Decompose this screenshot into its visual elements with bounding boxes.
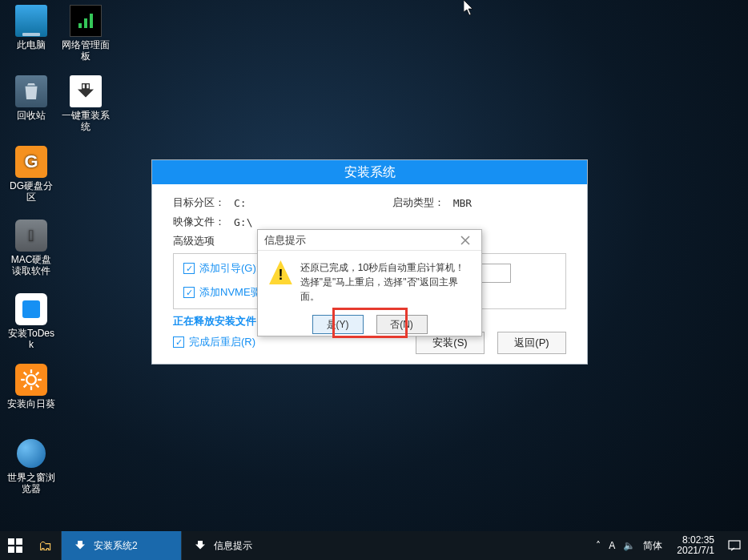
svg-rect-14 (16, 546, 22, 553)
svg-rect-11 (8, 538, 14, 545)
sunflower-icon (15, 364, 47, 396)
target-partition-label: 目标分区： (173, 195, 229, 210)
icon-label: DG硬盘分区 (6, 181, 56, 203)
mouse-cursor (464, 0, 475, 16)
taskbar: 🗂 安装系统2 信息提示 ˄ A 🔈 简体 8:02:35 2021/7/1 (0, 531, 748, 560)
dialog-message: 还原已完成，10秒后自动重启计算机！ 选择"是"马上重启，选择"否"返回主界面。 (300, 260, 470, 304)
back-button[interactable]: 返回(P) (497, 332, 566, 354)
boot-type-label: 启动类型： (392, 195, 448, 210)
boot-type-value: MBR (453, 197, 472, 209)
reinstall-icon (70, 75, 102, 107)
desktop-icon-net-panel[interactable]: 网络管理面板 (61, 5, 111, 62)
dialog-title: 信息提示 (264, 233, 306, 248)
desktop-icon-one-click-reinstall[interactable]: 一键重装系统 (61, 75, 111, 133)
mac-disk-icon:  (15, 220, 47, 252)
icon-label: 此电脑 (6, 40, 56, 51)
info-task-icon (193, 538, 207, 553)
svg-rect-13 (8, 546, 14, 553)
warning-icon: ! (269, 260, 292, 284)
installer-task-icon (73, 538, 87, 553)
image-file-label: 映像文件： (173, 215, 229, 229)
desktop-icon-this-pc[interactable]: 此电脑 (6, 5, 56, 51)
check-icon: ✓ (183, 263, 195, 274)
dialog-line1: 还原已完成，10秒后自动重启计算机！ (300, 260, 470, 275)
dialog-close-button[interactable] (456, 232, 475, 248)
checkbox-label: 添加NVME驱 (199, 285, 261, 300)
icon-label: 网络管理面板 (61, 40, 111, 62)
svg-rect-12 (16, 538, 22, 545)
monitor-icon (15, 5, 47, 37)
svg-rect-15 (729, 541, 740, 549)
ime-text[interactable]: 简体 (643, 539, 662, 553)
desktop-icon-todesk[interactable]: 安装ToDesk (6, 293, 56, 351)
ime-indicator-icon[interactable]: A (609, 540, 615, 551)
desktop-icon-diskgenius[interactable]: G DG硬盘分区 (6, 146, 56, 203)
system-tray[interactable]: ˄ A 🔈 简体 (588, 531, 670, 560)
tray-overflow-icon[interactable]: ˄ (596, 540, 601, 551)
panel-icon (70, 5, 102, 37)
installer-title: 安装系统 (152, 160, 587, 184)
notifications-button[interactable] (721, 531, 748, 560)
icon-label: 世界之窗浏览器 (6, 473, 56, 495)
checkbox-label: 添加引导(G): (199, 261, 259, 276)
checkbox-label: 完成后重启(R) (189, 335, 255, 349)
clock-date: 2021/7/1 (677, 546, 714, 556)
taskbar-task-info-dialog[interactable]: 信息提示 (181, 531, 301, 560)
desktop-icon-theworld-browser[interactable]: 世界之窗浏览器 (6, 437, 56, 495)
check-icon: ✓ (183, 287, 195, 298)
desktop-icon-sunlogin[interactable]: 安装向日葵 (6, 364, 56, 410)
taskbar-task-installer[interactable]: 安装系统2 (61, 531, 181, 560)
svg-rect-0 (82, 84, 85, 88)
svg-rect-1 (86, 84, 89, 88)
folder-icon: 🗂 (38, 538, 53, 554)
desktop-icon-mac-disk[interactable]:  MAC硬盘读取软件 (6, 220, 56, 277)
info-dialog: 信息提示 ! 还原已完成，10秒后自动重启计算机！ 选择"是"马上重启，选择"否… (257, 229, 482, 336)
windows-icon (8, 538, 22, 553)
todesk-icon (15, 293, 47, 325)
checkbox-reboot-after[interactable]: ✓ 完成后重启(R) (173, 335, 255, 349)
close-icon (460, 236, 470, 245)
svg-line-8 (36, 385, 39, 388)
image-file-value: G:\ (234, 216, 252, 228)
icon-label: MAC硬盘读取软件 (6, 255, 56, 277)
desktop-icon-recycle-bin[interactable]: 回收站 (6, 75, 56, 122)
taskbar-clock[interactable]: 8:02:35 2021/7/1 (670, 531, 721, 560)
dialog-no-button[interactable]: 否(N) (376, 315, 428, 334)
taskbar-explorer[interactable]: 🗂 (30, 531, 61, 560)
dialog-line2: 选择"是"马上重启，选择"否"返回主界面。 (300, 275, 470, 304)
icon-label: 安装向日葵 (6, 399, 56, 410)
start-button[interactable] (0, 531, 30, 560)
volume-icon[interactable]: 🔈 (623, 540, 635, 551)
target-partition-value: C: (234, 197, 247, 209)
svg-line-9 (24, 385, 27, 388)
icon-label: 一键重装系统 (61, 111, 111, 133)
svg-line-7 (24, 373, 27, 376)
trash-icon (15, 75, 47, 107)
install-status-text: 正在释放安装文件 (173, 314, 256, 328)
notification-icon (728, 539, 741, 552)
svg-line-10 (36, 373, 39, 376)
svg-point-2 (26, 375, 36, 385)
task-label: 安装系统2 (94, 539, 138, 553)
dg-icon: G (15, 146, 47, 178)
globe-icon (15, 437, 47, 469)
icon-label: 安装ToDesk (6, 328, 56, 351)
dialog-yes-button[interactable]: 是(Y) (312, 315, 364, 334)
task-label: 信息提示 (214, 539, 252, 553)
check-icon: ✓ (173, 336, 184, 348)
icon-label: 回收站 (6, 111, 56, 122)
